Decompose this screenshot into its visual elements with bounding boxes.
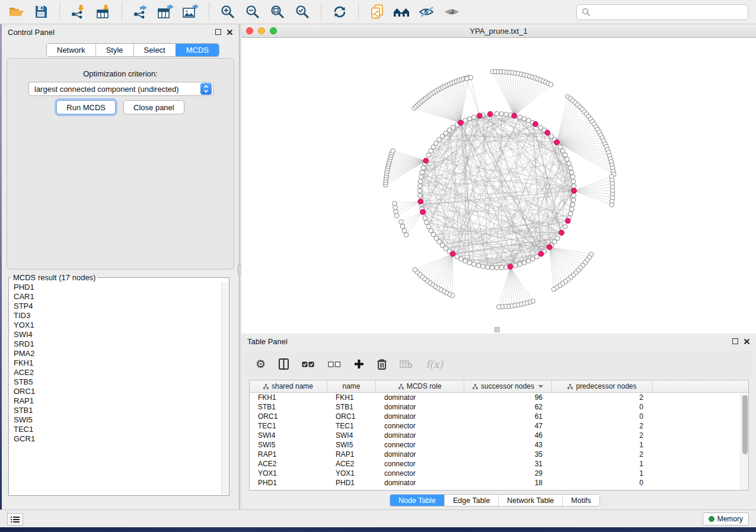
table-row[interactable]: RAP1RAP1dominator352 bbox=[250, 450, 748, 459]
mcds-result-item[interactable]: FKH1 bbox=[9, 358, 228, 368]
tab-node-table[interactable]: Node Table bbox=[390, 495, 444, 506]
tab-network[interactable]: Network bbox=[47, 44, 95, 56]
float-panel-icon[interactable] bbox=[732, 338, 738, 344]
mcds-result-item[interactable]: STP4 bbox=[9, 302, 228, 311]
zoom-selected-icon[interactable] bbox=[290, 1, 315, 23]
tab-edge-table[interactable]: Edge Table bbox=[444, 495, 498, 506]
show-columns-icon[interactable] bbox=[279, 358, 289, 370]
refresh-icon[interactable] bbox=[327, 1, 352, 23]
close-panel-icon[interactable] bbox=[227, 29, 233, 36]
search-field[interactable] bbox=[576, 4, 748, 20]
table-row[interactable]: SWI4SWI4dominator462 bbox=[250, 431, 748, 440]
show-all-icon[interactable] bbox=[439, 1, 464, 23]
mcds-result-item[interactable]: PMA2 bbox=[9, 349, 228, 358]
table-row[interactable]: STB1STB1dominator620 bbox=[250, 402, 748, 412]
node-table-body: FKH1FKH1dominator962STB1STB1dominator620… bbox=[250, 393, 748, 488]
table-panel-title: Table Panel bbox=[247, 337, 288, 346]
table-row[interactable]: ACE2ACE2connector311 bbox=[250, 459, 748, 469]
float-panel-icon[interactable] bbox=[215, 29, 221, 35]
canvas-grip[interactable] bbox=[495, 327, 500, 332]
mcds-result-item[interactable]: SWI5 bbox=[9, 415, 228, 425]
column-header-predecessor-nodes[interactable]: predecessor nodes bbox=[552, 380, 653, 392]
scrollbar-thumb[interactable] bbox=[742, 395, 748, 454]
table-row[interactable]: ORC1ORC1dominator610 bbox=[250, 412, 748, 421]
mcds-result-item[interactable]: STB1 bbox=[9, 406, 228, 415]
memory-button[interactable]: Memory bbox=[703, 512, 749, 525]
mcds-result-item[interactable]: GCR1 bbox=[9, 434, 228, 444]
zoom-in-icon[interactable] bbox=[215, 1, 240, 23]
unselect-all-icon[interactable] bbox=[328, 361, 341, 368]
mcds-result-item[interactable]: ORC1 bbox=[9, 387, 228, 396]
mcds-result-item[interactable]: TID3 bbox=[9, 311, 228, 321]
tab-mcds[interactable]: MCDS bbox=[176, 44, 219, 56]
network-title: YPA_prune.txt_1 bbox=[241, 27, 756, 36]
network-view-window: YPA_prune.txt_1 bbox=[241, 24, 756, 334]
table-row[interactable]: FKH1FKH1dominator962 bbox=[250, 393, 748, 402]
toolbar-separator bbox=[122, 3, 122, 21]
column-header-shared-name[interactable]: shared name bbox=[250, 380, 327, 392]
search-input[interactable] bbox=[594, 7, 743, 17]
mcds-result-item[interactable]: PHD1 bbox=[9, 283, 228, 292]
create-column-icon[interactable] bbox=[354, 359, 364, 369]
network-canvas[interactable] bbox=[241, 38, 756, 334]
main-toolbar bbox=[0, 0, 756, 24]
run-mcds-button[interactable]: Run MCDS bbox=[56, 100, 116, 114]
network-titlebar[interactable]: YPA_prune.txt_1 bbox=[241, 24, 756, 38]
control-panel-tabs: NetworkStyleSelectMCDS bbox=[46, 43, 219, 57]
column-header-successor-nodes[interactable]: successor nodes bbox=[464, 380, 552, 392]
table-row[interactable]: YOX1YOX1connector291 bbox=[250, 469, 748, 478]
export-image-icon[interactable] bbox=[178, 1, 203, 23]
node-table: shared namenameMCDS rolesuccessor nodesp… bbox=[249, 380, 749, 491]
tab-network-table[interactable]: Network Table bbox=[498, 495, 562, 506]
import-table-icon[interactable] bbox=[91, 1, 116, 23]
table-row[interactable]: TEC1TEC1connector472 bbox=[250, 421, 748, 431]
list-scrollbar[interactable] bbox=[221, 283, 228, 495]
toolbar-separator bbox=[59, 3, 60, 21]
search-icon bbox=[582, 8, 591, 17]
mcds-result-item[interactable]: YOX1 bbox=[9, 321, 228, 330]
table-settings-icon[interactable]: ⚙ bbox=[256, 358, 266, 370]
table-scrollbar[interactable] bbox=[741, 393, 748, 491]
zoom-out-icon[interactable] bbox=[240, 1, 265, 23]
close-panel-button[interactable]: Close panel bbox=[123, 100, 184, 114]
close-panel-icon[interactable] bbox=[744, 338, 750, 345]
toolbar-separator bbox=[321, 3, 321, 21]
criterion-select[interactable]: largest connected component (undirected) bbox=[28, 82, 213, 96]
sort-desc-icon bbox=[538, 385, 543, 388]
tab-select[interactable]: Select bbox=[133, 44, 176, 56]
first-neighbors-icon[interactable] bbox=[390, 1, 414, 23]
open-session-icon[interactable] bbox=[4, 1, 28, 23]
mcds-result-group: MCDS result (17 nodes) PHD1CAR1STP4TID3Y… bbox=[8, 273, 229, 496]
mcds-result-item[interactable]: CAR1 bbox=[9, 292, 228, 302]
mcds-result-item[interactable]: ACE2 bbox=[9, 368, 228, 377]
mcds-result-item[interactable]: STB5 bbox=[9, 377, 228, 387]
mcds-result-list[interactable]: PHD1CAR1STP4TID3YOX1SWI4SRD1PMA2FKH1ACE2… bbox=[9, 283, 228, 495]
control-panel-title: Control Panel bbox=[8, 28, 55, 37]
mcds-result-item[interactable]: SWI4 bbox=[9, 330, 228, 339]
export-network-icon[interactable] bbox=[128, 1, 153, 23]
desktop-wallpaper-strip bbox=[0, 527, 756, 532]
new-network-from-selection-icon[interactable] bbox=[365, 1, 390, 23]
tab-style[interactable]: Style bbox=[95, 44, 133, 56]
mcds-result-item[interactable]: TEC1 bbox=[9, 425, 228, 434]
column-header-MCDS-role[interactable]: MCDS role bbox=[376, 380, 464, 392]
tab-motifs[interactable]: Motifs bbox=[562, 495, 599, 506]
export-table-icon[interactable] bbox=[153, 1, 178, 23]
toolbar-separator bbox=[209, 3, 209, 21]
hide-selected-icon[interactable] bbox=[414, 1, 439, 23]
table-toolbar: ⚙ f(x) bbox=[245, 351, 752, 377]
mcds-result-item[interactable]: RAP1 bbox=[9, 396, 228, 406]
task-history-button[interactable] bbox=[7, 513, 23, 525]
function-builder-icon: f(x) bbox=[426, 358, 443, 370]
zoom-fit-icon[interactable] bbox=[265, 1, 290, 23]
network-graph[interactable] bbox=[241, 38, 756, 334]
column-header-name[interactable]: name bbox=[327, 380, 376, 392]
select-all-icon[interactable] bbox=[302, 361, 315, 368]
import-network-icon[interactable] bbox=[66, 1, 91, 23]
table-row[interactable]: PHD1PHD1dominator180 bbox=[250, 478, 748, 488]
mcds-result-item[interactable]: SRD1 bbox=[9, 339, 228, 349]
save-session-icon[interactable] bbox=[28, 1, 53, 23]
control-panel: Control Panel NetworkStyleSelectMCDS Opt… bbox=[2, 24, 239, 509]
delete-columns-icon[interactable] bbox=[377, 358, 387, 370]
table-row[interactable]: SWI5SWI5connector431 bbox=[250, 440, 748, 450]
